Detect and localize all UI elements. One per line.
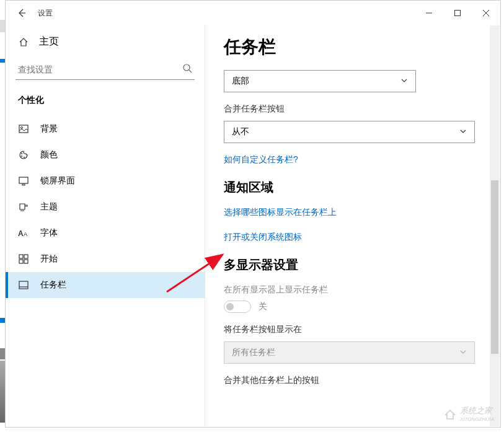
sidebar-item-label: 开始	[40, 253, 58, 265]
theme-icon	[18, 201, 29, 213]
minimize-button[interactable]	[415, 3, 443, 23]
toggle-state-label: 关	[259, 301, 267, 312]
svg-point-7	[21, 127, 23, 129]
sidebar: 主页 个性化 背景 颜色	[6, 25, 205, 427]
sidebar-item-label: 背景	[40, 123, 58, 134]
sidebar-item-label: 主题	[40, 201, 58, 213]
sidebar-item-colors[interactable]: 颜色	[6, 142, 205, 168]
svg-rect-11	[19, 177, 28, 183]
svg-line-5	[189, 70, 192, 72]
multimonitor-heading: 多显示器设置	[224, 257, 482, 273]
svg-rect-15	[19, 255, 23, 258]
watermark: 系统之家 XITONGZHIJIA	[443, 405, 494, 422]
customize-link[interactable]: 如何自定义任务栏?	[224, 154, 482, 165]
svg-rect-16	[24, 255, 28, 258]
combine-other-label: 合并其他任务栏上的按钮	[224, 375, 482, 386]
sidebar-item-background[interactable]: 背景	[6, 116, 205, 142]
chevron-down-icon	[400, 76, 408, 86]
system-icons-link[interactable]: 打开或关闭系统图标	[224, 232, 482, 243]
show-buttons-label: 将任务栏按钮显示在	[224, 324, 482, 335]
svg-rect-19	[19, 281, 28, 289]
svg-point-8	[21, 153, 22, 154]
svg-rect-1	[455, 11, 461, 16]
font-icon: AA	[18, 227, 29, 239]
svg-point-9	[21, 156, 22, 157]
position-dropdown[interactable]: 底部	[224, 70, 416, 92]
svg-rect-17	[19, 260, 23, 263]
back-button[interactable]	[15, 7, 28, 19]
dropdown-value: 从不	[232, 126, 249, 138]
svg-rect-18	[24, 260, 28, 263]
scrollbar[interactable]	[490, 25, 500, 426]
chevron-down-icon	[459, 348, 467, 358]
search-input[interactable]	[18, 64, 182, 74]
page-title: 任务栏	[224, 35, 482, 59]
sidebar-item-label: 任务栏	[40, 279, 66, 291]
lockscreen-icon	[18, 175, 29, 187]
palette-icon	[18, 149, 29, 160]
sidebar-item-themes[interactable]: 主题	[6, 194, 205, 220]
search-icon	[182, 63, 192, 76]
chevron-down-icon	[459, 127, 467, 137]
sidebar-item-lockscreen[interactable]: 锁屏界面	[6, 168, 205, 194]
select-icons-link[interactable]: 选择哪些图标显示在任务栏上	[224, 207, 482, 218]
titlebar: 设置	[6, 1, 500, 25]
sidebar-item-fonts[interactable]: AA 字体	[6, 220, 205, 246]
multimonitor-label: 在所有显示器上显示任务栏	[224, 284, 482, 296]
sidebar-item-label: 锁屏界面	[40, 175, 75, 187]
svg-rect-12	[22, 184, 25, 185]
sidebar-item-label: 字体	[40, 227, 58, 239]
maximize-button[interactable]	[443, 3, 472, 23]
window-title: 设置	[38, 8, 53, 19]
show-buttons-dropdown: 所有任务栏	[224, 341, 475, 364]
notification-heading: 通知区域	[224, 179, 482, 196]
dropdown-value: 所有任务栏	[232, 347, 275, 358]
home-icon	[18, 37, 29, 48]
multimonitor-toggle	[224, 301, 251, 313]
content-area: 任务栏 底部 合并任务栏按钮 从不 如何自定义任务栏? 通知区域	[205, 25, 500, 427]
sidebar-item-label: 颜色	[40, 149, 58, 160]
combine-dropdown[interactable]: 从不	[224, 121, 475, 143]
sidebar-item-taskbar[interactable]: 任务栏	[6, 272, 205, 298]
home-label: 主页	[39, 35, 59, 48]
svg-point-4	[183, 64, 190, 71]
close-button[interactable]	[472, 3, 500, 23]
taskbar-icon	[18, 279, 29, 291]
image-icon	[18, 123, 29, 134]
svg-text:A: A	[24, 231, 27, 237]
start-icon	[18, 253, 29, 265]
category-label: 个性化	[6, 90, 205, 116]
svg-text:A: A	[18, 229, 24, 238]
dropdown-value: 底部	[232, 76, 249, 87]
svg-point-10	[24, 157, 25, 158]
sidebar-item-start[interactable]: 开始	[6, 246, 205, 272]
combine-label: 合并任务栏按钮	[224, 103, 482, 115]
search-box[interactable]	[15, 59, 195, 80]
home-button[interactable]: 主页	[6, 29, 205, 55]
scrollbar-thumb[interactable]	[491, 180, 498, 354]
